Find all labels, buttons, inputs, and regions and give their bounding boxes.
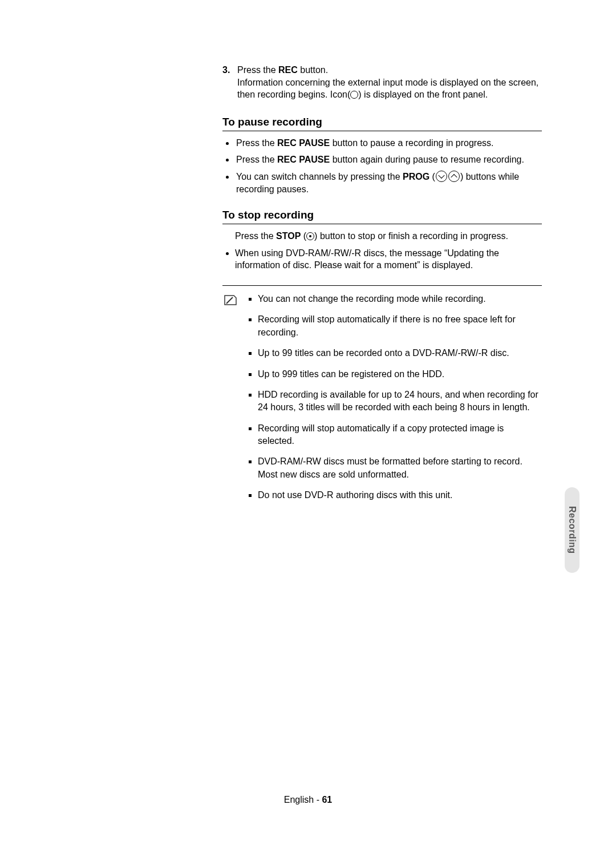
prog-label: PROG: [403, 172, 429, 181]
step-text-pre: Press the: [237, 65, 278, 75]
step-body: Press the REC button. Information concer…: [237, 64, 542, 101]
text: Press the: [236, 155, 277, 164]
note-8: Do not use DVD-R authoring discs with th…: [258, 489, 542, 502]
notes-block: You can not change the recording mode wh…: [222, 293, 542, 510]
heading-pause: To pause recording: [222, 116, 542, 131]
step-text-post: button.: [298, 65, 328, 75]
footer-page-number: 61: [322, 795, 332, 804]
step-number: 3.: [222, 64, 233, 101]
rec-pause-label: REC PAUSE: [277, 155, 330, 164]
stop-label: STOP: [276, 231, 301, 241]
note-1: You can not change the recording mode wh…: [258, 293, 542, 305]
stop-bullet-1: When using DVD-RAM/-RW/-R discs, the mes…: [235, 247, 542, 272]
notes-divider: [222, 285, 542, 286]
step-3: 3. Press the REC button. Information con…: [222, 64, 542, 101]
note-5: HDD recording is available for up to 24 …: [258, 389, 542, 414]
text: button again during pause to resume reco…: [330, 155, 524, 164]
note-4: Up to 999 titles can be registered on th…: [258, 368, 542, 381]
note-2: Recording will stop automatically if the…: [258, 313, 542, 339]
note-3: Up to 99 titles can be recorded onto a D…: [258, 347, 542, 359]
pause-bullet-2: Press the REC PAUSE button again during …: [235, 153, 542, 166]
section-tab-recording: Recording: [565, 487, 579, 573]
step-detail: Information concerning the external inpu…: [237, 78, 538, 100]
note-icon: [222, 294, 238, 306]
heading-stop: To stop recording: [222, 209, 542, 224]
main-content: 3. Press the REC button. Information con…: [222, 64, 542, 510]
left-figure-placeholder: [57, 57, 205, 787]
document-page: 3. Press the REC button. Information con…: [0, 0, 616, 845]
note-7: DVD-RAM/-RW discs must be formatted befo…: [258, 455, 542, 481]
text: button to stop or finish a recording in …: [320, 231, 508, 241]
pause-bullet-1: Press the REC PAUSE button to pause a re…: [235, 137, 542, 149]
section-tab-label: Recording: [567, 506, 577, 554]
page-footer: English - 61: [0, 795, 616, 805]
note-6: Recording will stop automatically if a c…: [258, 422, 542, 448]
stop-icon: [306, 232, 314, 240]
prog-up-icon: [448, 171, 460, 182]
text: button to pause a recording in progress.: [330, 138, 493, 148]
text: Press the: [235, 231, 276, 241]
footer-language: English -: [284, 795, 322, 804]
text: Press the: [236, 138, 277, 148]
notes-list: You can not change the recording mode wh…: [248, 293, 542, 510]
pause-bullets: Press the REC PAUSE button to pause a re…: [235, 137, 542, 195]
pause-bullet-3: You can switch channels by pressing the …: [235, 171, 542, 195]
stop-bullets: When using DVD-RAM/-RW/-R discs, the mes…: [235, 247, 542, 272]
prog-down-icon: [436, 171, 447, 182]
rec-pause-label: REC PAUSE: [277, 138, 330, 148]
stop-intro: Press the STOP () button to stop or fini…: [235, 230, 542, 242]
record-icon: [350, 91, 358, 99]
text: You can switch channels by pressing the: [236, 172, 403, 181]
rec-label: REC: [278, 65, 298, 75]
